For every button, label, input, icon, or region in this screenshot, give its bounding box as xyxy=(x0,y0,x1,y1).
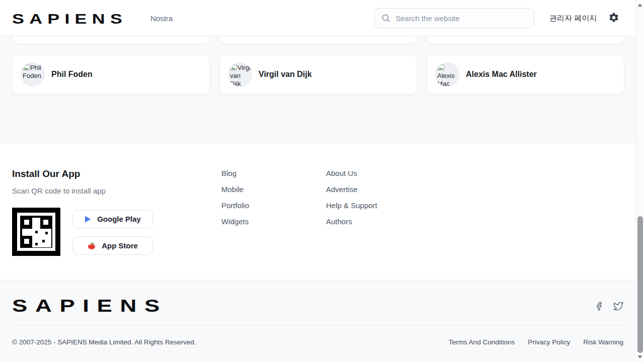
app-store-button[interactable]: App Store xyxy=(72,236,153,255)
player-cards-section: Phil Foden Phil Foden Virgil van Dijk Vi… xyxy=(0,36,635,143)
card-partial[interactable] xyxy=(427,36,624,44)
footer-link-advertise[interactable]: Advertise xyxy=(326,182,377,198)
site-subtitle: Nostra xyxy=(150,14,173,23)
app-store-label: App Store xyxy=(102,241,138,250)
avatar-alt-text: Alexis Mac Allister xyxy=(437,72,457,86)
footer-link-about-us[interactable]: About Us xyxy=(326,165,377,182)
footer-link-authors[interactable]: Authors xyxy=(326,214,377,230)
page-content: SAPIENS Nostra 관리자 페이지 xyxy=(0,0,635,362)
player-name: Virgil van Dijk xyxy=(259,70,312,79)
footer-link-help-support[interactable]: Help & Support xyxy=(326,198,377,214)
footer-divider xyxy=(12,325,623,326)
player-card-alexis-mac-allister[interactable]: Alexis Mac Allister Alexis Mac Allister xyxy=(427,54,624,95)
play-triangle-icon xyxy=(85,216,91,223)
footer-link-widgets[interactable]: Widgets xyxy=(221,214,249,230)
footer-links-column-2: About Us Advertise Help & Support Author… xyxy=(326,165,377,230)
privacy-policy-link[interactable]: Privacy Policy xyxy=(528,338,570,346)
card-row-partial xyxy=(12,36,624,44)
store-buttons: Google Play App Store xyxy=(72,210,153,255)
avatar-broken-image: Phil Foden xyxy=(21,62,45,86)
risk-warning-link[interactable]: Risk Warning xyxy=(583,338,623,346)
footer-link-portfolio[interactable]: Portfolio xyxy=(221,198,249,214)
navbar: SAPIENS Nostra 관리자 페이지 xyxy=(0,0,635,36)
player-card-virgil-van-dijk[interactable]: Virgil van Dijk Virgil van Dijk xyxy=(219,54,417,95)
footer-link-mobile[interactable]: Mobile xyxy=(221,182,249,198)
broken-image-icon xyxy=(23,64,30,71)
player-name: Alexis Mac Allister xyxy=(466,70,537,79)
card-partial[interactable] xyxy=(219,36,417,44)
social-icons xyxy=(595,301,623,311)
google-play-button[interactable]: Google Play xyxy=(72,210,153,228)
footer-logo: SAPIENS xyxy=(12,296,168,316)
qr-code xyxy=(12,208,60,256)
card-row: Phil Foden Phil Foden Virgil van Dijk Vi… xyxy=(12,54,624,95)
search-input[interactable] xyxy=(395,14,526,23)
admin-page-link[interactable]: 관리자 페이지 xyxy=(549,0,597,36)
copyright-text: © 2007-2025 - SAPIENS Media Limited. All… xyxy=(12,338,196,346)
scrollbar-down-arrow-icon[interactable] xyxy=(638,355,642,358)
avatar-broken-image: Virgil van Dijk xyxy=(228,62,252,86)
scrollbar[interactable] xyxy=(635,0,644,362)
search-icon xyxy=(381,14,390,23)
footer-link-blog[interactable]: Blog xyxy=(221,165,249,182)
footer-links-column-1: Blog Mobile Portfolio Widgets xyxy=(221,165,249,230)
scrollbar-thumb[interactable] xyxy=(637,216,643,353)
gear-icon[interactable] xyxy=(608,12,620,24)
legal-links: Terms And Conditions Privacy Policy Risk… xyxy=(449,338,623,346)
install-app-subtitle: Scan QR code to install app xyxy=(12,187,106,195)
player-card-phil-foden[interactable]: Phil Foden Phil Foden xyxy=(12,54,210,95)
terms-and-conditions-link[interactable]: Terms And Conditions xyxy=(449,338,515,346)
google-play-label: Google Play xyxy=(97,215,141,223)
broken-image-icon xyxy=(230,64,237,71)
site-logo[interactable]: SAPIENS xyxy=(12,11,127,27)
broken-image-icon xyxy=(437,64,444,71)
scrollbar-up-arrow-icon[interactable] xyxy=(638,4,642,7)
twitter-icon[interactable] xyxy=(613,301,623,311)
footer-bottom: SAPIENS © 2007-2025 - SAPIENS Media Limi… xyxy=(0,280,635,362)
avatar-broken-image: Alexis Mac Allister xyxy=(435,62,459,86)
footer-main: Install Our App Scan QR code to install … xyxy=(0,143,635,280)
card-partial[interactable] xyxy=(12,36,210,44)
player-name: Phil Foden xyxy=(51,70,93,79)
apple-icon xyxy=(88,242,96,250)
search-box[interactable] xyxy=(374,8,534,28)
facebook-icon[interactable] xyxy=(595,301,605,311)
install-app-heading: Install Our App xyxy=(12,168,80,179)
